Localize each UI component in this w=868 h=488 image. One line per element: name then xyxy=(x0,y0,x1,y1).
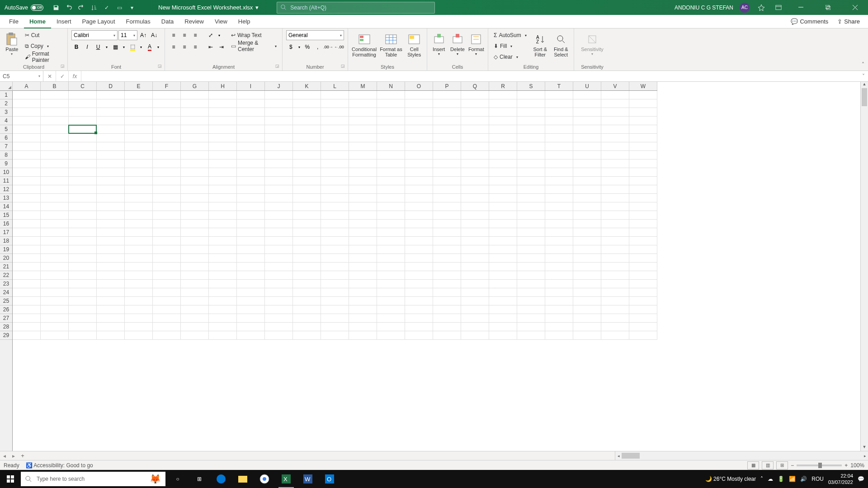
cell[interactable] xyxy=(265,271,293,280)
wrap-text-button[interactable]: ↩Wrap Text xyxy=(229,30,278,40)
cell[interactable] xyxy=(13,228,41,237)
align-bottom-button[interactable]: ≡ xyxy=(190,30,200,40)
cell[interactable] xyxy=(293,280,321,288)
cell[interactable] xyxy=(321,194,349,202)
cell[interactable] xyxy=(125,108,153,117)
cell[interactable] xyxy=(153,99,181,108)
borders-more[interactable]: ▾ xyxy=(121,42,127,52)
align-middle-button[interactable]: ≡ xyxy=(179,30,189,40)
cell[interactable] xyxy=(377,108,405,117)
cell[interactable] xyxy=(629,331,657,340)
cell[interactable] xyxy=(69,91,97,99)
cell[interactable] xyxy=(209,228,237,237)
cell[interactable] xyxy=(237,254,265,263)
cell[interactable] xyxy=(321,202,349,211)
bold-button[interactable]: B xyxy=(71,42,81,52)
cell[interactable] xyxy=(321,323,349,331)
cell[interactable] xyxy=(293,202,321,211)
cell[interactable] xyxy=(601,151,629,160)
cell[interactable] xyxy=(377,305,405,314)
cell[interactable] xyxy=(125,125,153,134)
column-header[interactable]: I xyxy=(237,82,265,90)
cell[interactable] xyxy=(461,280,489,288)
cell[interactable] xyxy=(13,323,41,331)
cell[interactable] xyxy=(293,160,321,168)
cell[interactable] xyxy=(13,297,41,305)
cell[interactable] xyxy=(545,245,573,254)
cell[interactable] xyxy=(125,305,153,314)
cell[interactable] xyxy=(153,323,181,331)
cell[interactable] xyxy=(545,151,573,160)
cell[interactable] xyxy=(545,134,573,142)
cell[interactable] xyxy=(181,185,209,194)
cell[interactable] xyxy=(13,160,41,168)
cell[interactable] xyxy=(41,134,69,142)
decrease-font-button[interactable]: A↓ xyxy=(149,30,159,40)
cell[interactable] xyxy=(209,202,237,211)
column-header[interactable]: E xyxy=(125,82,153,90)
cell[interactable] xyxy=(573,185,601,194)
cell[interactable] xyxy=(433,271,461,280)
cell[interactable] xyxy=(517,263,545,271)
cell[interactable] xyxy=(153,194,181,202)
cell[interactable] xyxy=(321,142,349,151)
cell[interactable] xyxy=(13,151,41,160)
cell[interactable] xyxy=(377,117,405,125)
cell[interactable] xyxy=(405,168,433,177)
row-header[interactable]: 7 xyxy=(0,142,12,151)
cell[interactable] xyxy=(321,125,349,134)
cell[interactable] xyxy=(377,297,405,305)
cell[interactable] xyxy=(265,297,293,305)
cell[interactable] xyxy=(461,297,489,305)
touch-icon[interactable]: ▭ xyxy=(114,2,125,13)
cell[interactable] xyxy=(41,331,69,340)
cell[interactable] xyxy=(97,288,125,297)
cell[interactable] xyxy=(153,228,181,237)
cell[interactable] xyxy=(349,194,377,202)
cell[interactable] xyxy=(349,211,377,220)
cell[interactable] xyxy=(545,91,573,99)
cell[interactable] xyxy=(321,108,349,117)
cell[interactable] xyxy=(349,134,377,142)
column-header[interactable]: R xyxy=(489,82,517,90)
cell[interactable] xyxy=(97,91,125,99)
cell[interactable] xyxy=(349,99,377,108)
cell[interactable] xyxy=(573,263,601,271)
cell[interactable] xyxy=(489,160,517,168)
cell[interactable] xyxy=(377,185,405,194)
cell[interactable] xyxy=(97,331,125,340)
cell[interactable] xyxy=(125,168,153,177)
cell[interactable] xyxy=(573,254,601,263)
cell[interactable] xyxy=(125,211,153,220)
font-name-combo[interactable]: Calibri▾ xyxy=(71,30,118,40)
comma-button[interactable]: , xyxy=(313,42,322,52)
cell[interactable] xyxy=(321,245,349,254)
cell[interactable] xyxy=(181,108,209,117)
tab-insert[interactable]: Insert xyxy=(51,15,77,28)
cell[interactable] xyxy=(461,99,489,108)
column-header[interactable]: P xyxy=(433,82,461,90)
row-header[interactable]: 9 xyxy=(0,160,12,168)
cell[interactable] xyxy=(209,91,237,99)
row-header[interactable]: 18 xyxy=(0,237,12,245)
cell[interactable] xyxy=(209,99,237,108)
align-center-button[interactable]: ≡ xyxy=(179,42,189,52)
cell[interactable] xyxy=(125,142,153,151)
cell[interactable] xyxy=(69,168,97,177)
cell[interactable] xyxy=(321,297,349,305)
cell[interactable] xyxy=(545,202,573,211)
cell[interactable] xyxy=(209,280,237,288)
cell[interactable] xyxy=(517,211,545,220)
cell[interactable] xyxy=(293,211,321,220)
zoom-knob[interactable] xyxy=(818,463,822,468)
cell[interactable] xyxy=(181,125,209,134)
cell[interactable] xyxy=(209,263,237,271)
cell[interactable] xyxy=(517,331,545,340)
cell[interactable] xyxy=(489,271,517,280)
cell[interactable] xyxy=(377,125,405,134)
cell[interactable] xyxy=(153,168,181,177)
tab-page-layout[interactable]: Page Layout xyxy=(77,15,121,28)
cell[interactable] xyxy=(125,185,153,194)
cell[interactable] xyxy=(265,185,293,194)
cell[interactable] xyxy=(181,280,209,288)
